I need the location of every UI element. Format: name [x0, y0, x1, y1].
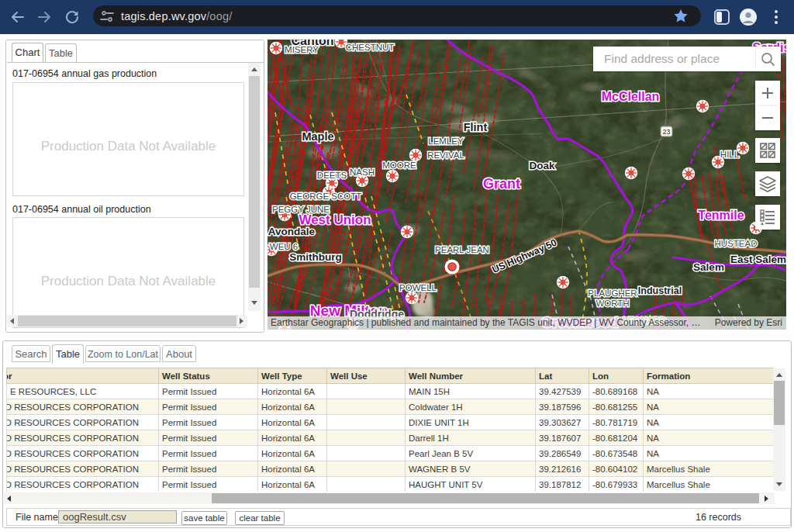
svg-text:Avondale: Avondale [268, 226, 316, 237]
svg-text:PEARL JEAN: PEARL JEAN [435, 245, 489, 254]
svg-text:Flint: Flint [464, 121, 488, 133]
svg-text:Tenmile: Tenmile [698, 209, 744, 222]
svg-text:HUSTEAD: HUSTEAD [715, 239, 758, 248]
svg-text:POWELL: POWELL [399, 283, 437, 292]
svg-text:WORTH: WORTH [596, 299, 629, 308]
svg-text:MOORE: MOORE [382, 161, 416, 170]
svg-text:HILL: HILL [720, 150, 740, 159]
svg-text:McClellan: McClellan [602, 90, 660, 103]
svg-text:WEU 6: WEU 6 [270, 242, 298, 251]
svg-text:Grant: Grant [483, 176, 520, 192]
svg-text:GEORGE SCOTT: GEORGE SCOTT [290, 192, 362, 201]
svg-text:DEETS: DEETS [317, 171, 347, 180]
svg-text:Doak: Doak [529, 160, 555, 171]
svg-text:CHESTNUT: CHESTNUT [346, 43, 395, 52]
svg-text:LEMLEY: LEMLEY [428, 136, 464, 146]
svg-text:PLAUGHER: PLAUGHER [588, 288, 637, 298]
svg-text:Salem: Salem [693, 261, 724, 273]
svg-text:23: 23 [662, 128, 670, 136]
svg-text:Maple: Maple [302, 130, 333, 143]
svg-text:Industrial: Industrial [638, 285, 682, 296]
svg-text:MISERY: MISERY [285, 45, 319, 54]
svg-text:REVIVAL: REVIVAL [427, 150, 464, 160]
svg-text:Smithburg: Smithburg [289, 251, 342, 263]
svg-text:East Salem: East Salem [730, 254, 786, 265]
svg-text:NASH: NASH [350, 168, 375, 177]
